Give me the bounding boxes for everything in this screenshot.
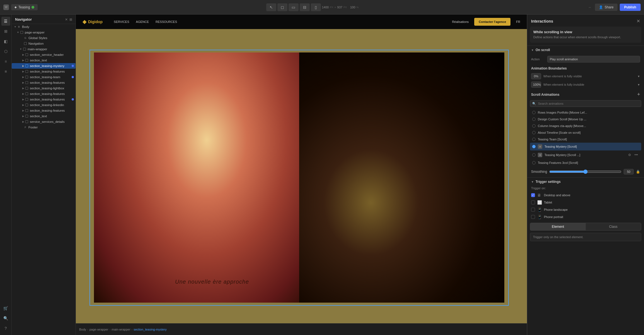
section-icon [25, 81, 29, 85]
anim-item-design-custom[interactable]: Design Custom Scroll [Moove Up ... [530, 116, 641, 123]
chevron-right-icon: ▶ [22, 115, 24, 118]
on-scroll-header[interactable]: ▼ On scroll [527, 46, 644, 54]
share-icon: 👤 [599, 5, 603, 9]
pages-icon-btn[interactable]: ⊞ [1, 27, 10, 36]
layout-tool-mobile[interactable]: ▯ [311, 3, 321, 11]
animation-list: Rows Images Portfolio [Moove Lef... Desi… [527, 109, 644, 166]
nav-item-section-teasing-team[interactable]: ▶ section_teasing-team [12, 74, 76, 80]
components-icon-btn[interactable]: ◧ [1, 37, 10, 46]
smoothing-label: Smoothing [531, 170, 547, 174]
nav-item-service-services-details[interactable]: ▶ service_services_details [12, 119, 76, 125]
trigger-settings-label: Trigger settings [536, 180, 561, 184]
section-icon [25, 75, 29, 79]
nav-item-navigation[interactable]: Navigation [12, 41, 76, 46]
navigator-icon-btn[interactable]: ☰ [1, 17, 10, 26]
lock-icon: 🔒 [636, 170, 640, 174]
page-tool[interactable]: ◻ [277, 3, 287, 11]
smoothing-slider[interactable] [549, 169, 621, 174]
nav-item-section-teasing-features-5[interactable]: ▶ section_teasing-features [12, 108, 76, 113]
action-select[interactable]: Play scroll animation [547, 56, 640, 63]
anim-item-teasing-team[interactable]: Teasing Team [Scroll] [530, 136, 641, 143]
trigger-note: Trigger only on the selected element. [530, 233, 641, 241]
layout-tool-desktop[interactable]: ▭ [289, 3, 299, 11]
top-right-actions: ↔ 👤 Share Publish [587, 4, 641, 11]
trigger-option-phone-portrait[interactable]: 📱 Phone portrait [527, 213, 644, 221]
trigger-checkbox-tablet[interactable] [531, 200, 535, 204]
trigger-settings-header[interactable]: ▼ Trigger settings [527, 178, 644, 185]
app-logo: W [3, 4, 9, 10]
close-navigator-icon[interactable]: ✕ [65, 18, 68, 21]
close-interactions-btn[interactable]: ✕ [636, 18, 640, 24]
expand-on-scroll-icon: ▼ [531, 49, 534, 52]
preview-contact-btn[interactable]: Contacter l'agence [474, 18, 510, 26]
section-icon [25, 53, 29, 57]
search-animations-input[interactable] [530, 100, 641, 107]
class-tab[interactable]: Class [586, 223, 641, 230]
section-icon [25, 109, 29, 113]
anim-item-column-images[interactable]: Column Images cta-apply [Moove... [530, 123, 641, 129]
nav-item-section-teasing-linkedin[interactable]: ▶ section_teasing-linkedin [12, 102, 76, 108]
section-icon [25, 92, 29, 96]
tab-label: Teasing [18, 5, 30, 9]
anim-radio [532, 124, 536, 128]
nav-item-section-service-header[interactable]: ▶ section_service_header [12, 52, 76, 58]
element-tab[interactable]: Element [530, 223, 586, 230]
help-icon-btn[interactable]: ? [1, 324, 10, 333]
layout-tool-tablet[interactable]: ⊟ [300, 3, 310, 11]
nav-item-section-text-2[interactable]: ▶ section_text [12, 113, 76, 119]
expand-navigator-icon[interactable]: ⊞ [69, 18, 72, 21]
nav-item-section-teasing-mystery[interactable]: ▶ section_teasing-mystery [12, 63, 76, 69]
anim-more-btn[interactable]: ••• [633, 152, 639, 158]
nav-item-section-teasing-features-2[interactable]: ▶ section_teasing-features [12, 80, 76, 85]
chevron-down-icon: ▼ [637, 83, 640, 86]
nav-item-section-teasing-features-1[interactable]: ▶ section_teasing-features [12, 69, 76, 74]
breadcrumb-section-teasing-mystery[interactable]: section_teasing-mystery [134, 328, 167, 331]
anim-item-about-timeline[interactable]: About Timeline [Scale on scroll] [530, 129, 641, 136]
assets-icon-btn[interactable]: ⬡ [1, 47, 10, 56]
nav-item-global-styles[interactable]: G Global Styles [12, 35, 76, 41]
anim-item-teasing-features[interactable]: Teasing Features 3col [Scroll] [530, 159, 641, 166]
add-animation-btn[interactable]: + [637, 92, 640, 97]
nav-item-section-teasing-features-3[interactable]: ▶ section_teasing-features [12, 91, 76, 97]
anim-item-icon: ⊞ [538, 153, 542, 157]
trigger-option-tablet[interactable]: ⬜ Tablet [527, 199, 644, 206]
breadcrumb-bar: Body › page-wrapper › main-wrapper › sec… [76, 323, 527, 335]
search-icon-btn[interactable]: 🔍 [1, 314, 10, 323]
cms-icon-btn[interactable]: ≡ [1, 67, 10, 76]
trigger-checkbox-phone-portrait[interactable] [531, 215, 535, 219]
anim-item-teasing-mystery-1[interactable]: ⊞ Teasing Mystery [Scroll] [530, 143, 641, 150]
nav-item-main-wrapper[interactable]: ▼ main-wrapper [12, 46, 76, 52]
anim-settings-btn[interactable]: ⚙ [627, 152, 632, 158]
share-button[interactable]: 👤 Share [595, 4, 618, 11]
trigger-option-desktop[interactable]: ✓ 🖥 Desktop and above [527, 192, 644, 199]
symbols-icon-btn[interactable]: ⌗ [1, 57, 10, 66]
nav-item-body[interactable]: ▼ B Body [12, 24, 76, 30]
section-icon [25, 114, 29, 118]
nav-item-footer[interactable]: F Footer [12, 125, 76, 130]
chevron-right-icon: ▶ [22, 104, 24, 106]
trigger-checkbox-phone-landscape[interactable] [531, 208, 535, 212]
breadcrumb-main-wrapper[interactable]: main-wrapper [112, 328, 130, 331]
phone-landscape-icon: 📱 [537, 207, 542, 212]
nav-item-section-teasing-features-4[interactable]: ▶ section_teasing-features [12, 97, 76, 102]
div-icon [20, 30, 24, 34]
trigger-checkbox-desktop[interactable]: ✓ [531, 193, 535, 197]
file-tab[interactable]: ◆ Teasing [11, 4, 38, 10]
nav-item-section-text-1[interactable]: ▶ section_text [12, 58, 76, 63]
breadcrumb-body[interactable]: Body [79, 328, 86, 331]
anim-item-rows-images[interactable]: Rows Images Portfolio [Moove Lef... [530, 109, 641, 116]
navigator-header: Navigator ✕ ⊞ [12, 15, 76, 24]
right-panel: ✏ ⚙ ⚡ ⚡ Interactions ✕ While scrolling i… [527, 0, 644, 335]
trigger-option-phone-landscape[interactable]: 📱 Phone landscape [527, 206, 644, 213]
section-icon [25, 97, 29, 101]
anim-item-teasing-mystery-2[interactable]: ⊞ Teasing Mystery [Scroll ...] ⚙ ••• [530, 150, 641, 159]
nav-item-page-wrapper[interactable]: ▼ page-wrapper [12, 30, 76, 35]
ecomm-icon-btn[interactable]: 🛒 [1, 304, 10, 313]
breadcrumb-page-wrapper[interactable]: page-wrapper [89, 328, 108, 331]
navigator-header-icons: ✕ ⊞ [65, 18, 72, 21]
chevron-right-icon: ▶ [22, 109, 24, 112]
chevron-down-icon: ▼ [14, 25, 16, 28]
nav-item-section-teasing-lightbox[interactable]: ▶ section_teasing-lightbox [12, 85, 76, 91]
publish-button[interactable]: Publish [620, 4, 641, 11]
cursor-tool[interactable]: ↖ [266, 3, 276, 11]
